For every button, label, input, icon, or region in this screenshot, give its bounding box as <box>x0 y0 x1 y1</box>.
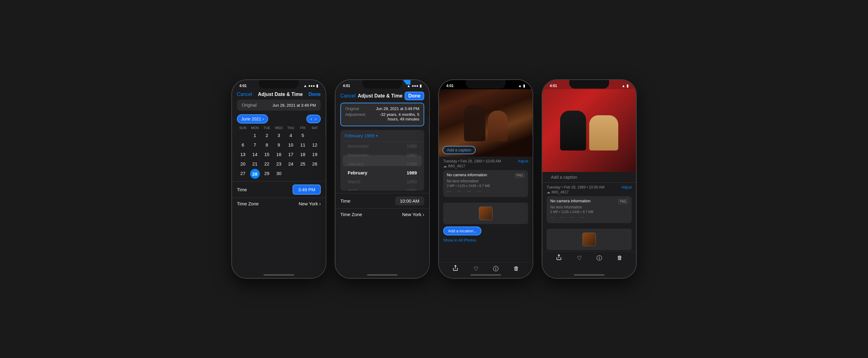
share-button-3[interactable] <box>452 265 459 273</box>
cloud-icon-3: ☁ <box>443 164 447 168</box>
week-2: 6 7 8 9 10 11 12 <box>237 140 321 149</box>
camera-row-4: No camera information PNG <box>550 199 628 204</box>
week-5: 27 28 29 30 <box>237 169 321 179</box>
done-button-1[interactable]: Done <box>309 92 321 97</box>
cancel-button-2[interactable]: Cancel <box>340 93 355 99</box>
cal-day-13[interactable]: 13 <box>237 150 249 159</box>
cal-day-19[interactable]: 19 <box>309 150 321 159</box>
cal-day-4[interactable]: 4 <box>285 131 297 140</box>
info-button-4[interactable]: ⓘ <box>596 254 602 262</box>
time-1: 4:01 <box>239 84 247 88</box>
caption-placeholder-4[interactable]: Add a caption <box>547 173 582 182</box>
bottom-toolbar-3: ♡ ⓘ 🗑 <box>439 262 532 273</box>
time-value-2[interactable]: 10:00 AM <box>395 196 424 205</box>
picker-row-feb-selected[interactable]: February 1989 <box>340 168 424 177</box>
info-button-3[interactable]: ⓘ <box>493 265 499 273</box>
adjustment-box: Original Jun 28, 2021 at 3:49 PM Adjustm… <box>340 103 424 126</box>
cal-day-10[interactable]: 10 <box>285 140 297 149</box>
cal-day-23[interactable]: 23 <box>273 159 285 168</box>
cal-day-6[interactable]: 6 <box>237 140 249 149</box>
selected-date-label: February 1989 <box>345 133 375 138</box>
original-row-2: Original Jun 28, 2021 at 3:49 PM <box>345 106 419 111</box>
add-location-button-3[interactable]: Add a location... <box>443 226 482 236</box>
cal-day-27[interactable]: 27 <box>237 169 249 179</box>
calendar-header: June 2021 › ‹ › <box>232 114 326 123</box>
cal-day-5[interactable]: 5 <box>297 131 309 140</box>
home-indicator-4 <box>574 274 604 276</box>
date-picker-scroll[interactable]: February 1989 ▾ November 1986 December 1… <box>340 130 424 191</box>
thumbnail-3[interactable] <box>479 206 492 220</box>
delete-button-4[interactable]: 🗑 <box>617 255 623 261</box>
heart-button-3[interactable]: ♡ <box>473 266 478 272</box>
cal-day-2[interactable]: 2 <box>261 131 273 140</box>
timezone-value-2[interactable]: New York › <box>402 212 424 217</box>
photo-date-3: Tuesday • Feb 28, 1989 • 10:00 AM <box>443 159 501 163</box>
cal-day-12[interactable]: 12 <box>309 140 321 149</box>
adjust-button-3[interactable]: Adjust <box>518 159 528 163</box>
caption-area-4: Add a caption <box>542 172 636 183</box>
status-bar-1: 4:01 ▲ ●●● ▮ <box>232 80 326 89</box>
cal-day-18[interactable]: 18 <box>297 150 309 159</box>
day-sat: SAT <box>309 126 321 130</box>
cal-day-16[interactable]: 16 <box>273 150 285 159</box>
phone-4: 4:01 ▲ ▮ Add a caption <box>542 79 637 279</box>
cal-day-1[interactable]: 1 <box>249 131 261 140</box>
done-button-2[interactable]: Done <box>405 92 424 100</box>
cal-day-7[interactable]: 7 <box>249 140 261 149</box>
adjust-button-4[interactable]: Adjust <box>622 185 632 189</box>
cal-day-15[interactable]: 15 <box>261 150 273 159</box>
home-indicator-2 <box>367 274 398 276</box>
nav-title-1: Adjust Date & Time <box>258 92 303 97</box>
png-badge-3: PNG <box>515 173 525 178</box>
cal-day-11[interactable]: 11 <box>297 140 309 149</box>
cal-day-29[interactable]: 29 <box>261 169 273 179</box>
cal-day-26[interactable]: 26 <box>309 159 321 168</box>
month-selector[interactable]: June 2021 › <box>237 114 268 123</box>
day-fri: FRI <box>297 126 309 130</box>
img-meta-3: 2 MP • 1125 x 2436 • 8.7 MB <box>447 184 525 188</box>
add-caption-button-3[interactable]: Add a caption <box>442 146 476 154</box>
time-2: 4:01 <box>343 84 350 88</box>
cal-day-30[interactable]: 30 <box>273 169 285 179</box>
share-button-4[interactable] <box>556 254 562 262</box>
chevron-icon: › <box>262 116 264 121</box>
cal-day-28-today[interactable]: 28 <box>250 169 260 179</box>
prev-month-button[interactable]: ‹ <box>309 116 313 121</box>
date-row-3: Tuesday • Feb 28, 1989 • 10:00 AM Adjust <box>443 159 528 163</box>
week-4: 20 21 22 23 24 25 26 <box>237 159 321 168</box>
cancel-button-1[interactable]: Cancel <box>237 92 252 97</box>
dogs-silhouettes <box>464 105 508 141</box>
original-value-2: Jun 28, 2021 at 3:49 PM <box>376 106 419 111</box>
show-in-all-photos[interactable]: Show in All Photos <box>439 237 532 244</box>
cal-day-8[interactable]: 8 <box>261 140 273 149</box>
status-icons-1: ▲ ●●● ▮ <box>303 84 318 88</box>
png-badge-4: PNG <box>618 199 628 204</box>
cal-day-17[interactable]: 17 <box>285 150 297 159</box>
cal-day-24[interactable]: 24 <box>285 159 297 168</box>
delete-button-3[interactable]: 🗑 <box>514 266 519 272</box>
timezone-value-1[interactable]: New York › <box>299 201 321 206</box>
cal-day-25[interactable]: 25 <box>297 159 309 168</box>
thumbnail-4[interactable] <box>583 232 596 246</box>
cal-day-14[interactable]: 14 <box>249 150 261 159</box>
cal-day-21[interactable]: 21 <box>249 159 261 168</box>
time-value-1[interactable]: 3:49 PM <box>292 185 321 195</box>
wifi-icon-4: ▲ <box>622 84 625 88</box>
photo-date-4: Tuesday • Feb 28, 1989 • 10:00 AM <box>547 185 604 189</box>
heart-button-4[interactable]: ♡ <box>577 255 582 261</box>
next-month-button[interactable]: › <box>314 116 318 121</box>
cal-day-22[interactable]: 22 <box>261 159 273 168</box>
cal-day-9[interactable]: 9 <box>273 140 285 149</box>
arrow-annotation <box>392 79 423 85</box>
picker-row-jan: January 1988 <box>340 159 424 168</box>
cal-day-20[interactable]: 20 <box>237 159 249 168</box>
nav-bar-2: Cancel Adjust Date & Time Done <box>336 89 429 103</box>
info-section-4: Tuesday • Feb 28, 1989 • 10:00 AM Adjust… <box>542 183 636 227</box>
scroll-picker[interactable]: November 1986 December 1987 January 1988… <box>340 142 424 191</box>
no-camera-label: No camera information <box>447 172 487 177</box>
nav-title-2: Adjust Date & Time <box>358 93 402 99</box>
picker-row-dec: December 1987 <box>340 150 424 159</box>
cal-day-3[interactable]: 3 <box>273 131 285 140</box>
home-indicator-3 <box>470 274 501 276</box>
timezone-label-1: Time Zone <box>237 201 259 206</box>
